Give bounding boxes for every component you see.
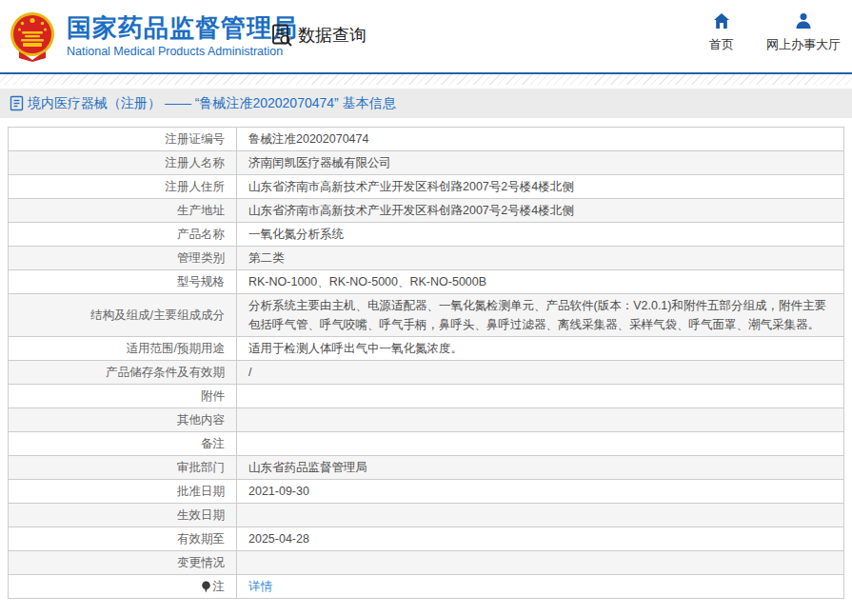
table-row: 生产地址山东省济南市高新技术产业开发区科创路2007号2号楼4楼北侧 (9, 199, 844, 223)
table-row: 备注 (9, 432, 844, 456)
national-emblem-icon (10, 10, 55, 62)
nav-home[interactable]: 首页 (709, 11, 734, 53)
row-value: 适用于检测人体呼出气中一氧化氮浓度。 (237, 337, 844, 361)
table-row: 注册人名称济南闰凯医疗器械有限公司 (9, 151, 844, 175)
row-value: 分析系统主要由主机、电源适配器、一氧化氮检测单元、产品软件(版本：V2.0.1)… (237, 294, 844, 337)
row-value (237, 408, 844, 432)
nav-online-service-hall[interactable]: 网上办事大厅 (766, 11, 841, 53)
row-value: 详情 (237, 575, 844, 599)
row-label: 产品名称 (9, 223, 237, 247)
row-value: 山东省济南市高新技术产业开发区科创路2007号2号楼4楼北侧 (237, 199, 844, 223)
table-row: 审批部门山东省药品监督管理局 (9, 456, 844, 480)
table-row: 生效日期 (9, 504, 844, 527)
row-value: 济南闰凯医疗器械有限公司 (237, 151, 844, 175)
home-icon (712, 11, 731, 30)
row-label: 管理类别 (9, 247, 237, 270)
table-row: 产品储存条件及有效期/ (9, 361, 844, 385)
table-row: 管理类别第二类 (9, 247, 844, 270)
row-label: 注册人名称 (9, 151, 237, 175)
nmpa-logo: 国家药品监督管理局 National Medical Products Admi… (10, 10, 298, 62)
org-name-en: National Medical Products Administration (67, 45, 298, 58)
nav-home-label: 首页 (709, 36, 734, 53)
org-name-cn: 国家药品监督管理局 (67, 14, 298, 43)
breadcrumb-text: 境内医疗器械（注册） —— “鲁械注准20202070474” 基本信息 (28, 95, 396, 112)
row-value (237, 504, 844, 527)
row-value (237, 551, 844, 575)
table-row: 结构及组成/主要组成成分分析系统主要由主机、电源适配器、一氧化氮检测单元、产品软… (9, 294, 844, 337)
table-row: 附件 (9, 385, 844, 408)
row-value: 山东省济南市高新技术产业开发区科创路2007号2号楼4楼北侧 (237, 175, 844, 199)
registration-info-table: 注册证编号鲁械注准20202070474注册人名称济南闰凯医疗器械有限公司注册人… (8, 127, 844, 599)
header-nav: 首页 网上办事大厅 (709, 11, 841, 53)
row-value: 鲁械注准20202070474 (237, 128, 844, 151)
row-label: 批准日期 (9, 480, 237, 504)
data-query-title: 数据查询 (269, 23, 367, 48)
row-label: 审批部门 (9, 456, 237, 480)
table-row: 其他内容 (9, 408, 844, 432)
row-label: 有效期至 (9, 527, 237, 551)
row-label: 结构及组成/主要组成成分 (9, 294, 237, 337)
row-value: 2025-04-28 (237, 527, 844, 551)
row-label: 型号规格 (9, 270, 237, 294)
table-row: 有效期至2025-04-28 (9, 527, 844, 551)
table-row: 变更情况 (9, 551, 844, 575)
row-value: / (237, 361, 844, 385)
row-label: 附件 (9, 385, 237, 408)
row-value (237, 385, 844, 408)
table-row: 适用范围/预期用途适用于检测人体呼出气中一氧化氮浓度。 (9, 337, 844, 361)
table-row: 注册证编号鲁械注准20202070474 (9, 128, 844, 151)
row-label: 变更情况 (9, 551, 237, 575)
row-value: 一氧化氮分析系统 (237, 223, 844, 247)
row-value (237, 432, 844, 456)
breadcrumb: 境内医疗器械（注册） —— “鲁械注准20202070474” 基本信息 (0, 89, 852, 118)
row-label: 生产地址 (9, 199, 237, 223)
row-label: 适用范围/预期用途 (9, 337, 237, 361)
table-row: 型号规格RK-NO-1000、RK-NO-5000、RK-NO-5000B (9, 270, 844, 294)
hatch-band-divider (0, 74, 852, 85)
row-label: 注 (9, 575, 237, 599)
site-header: 国家药品监督管理局 National Medical Products Admi… (0, 0, 852, 72)
row-value: 2021-09-30 (237, 480, 844, 504)
row-value: 第二类 (237, 247, 844, 270)
detail-link[interactable]: 详情 (248, 580, 272, 593)
row-value: RK-NO-1000、RK-NO-5000、RK-NO-5000B (237, 270, 844, 294)
row-label: 其他内容 (9, 408, 237, 432)
user-icon (794, 11, 813, 30)
row-label: 注册人住所 (9, 175, 237, 199)
row-label: 产品储存条件及有效期 (9, 361, 237, 385)
table-row: 注册人住所山东省济南市高新技术产业开发区科创路2007号2号楼4楼北侧 (9, 175, 844, 199)
row-label: 注册证编号 (9, 128, 237, 151)
document-icon (10, 95, 24, 111)
nav-hall-label: 网上办事大厅 (766, 36, 841, 53)
row-label: 备注 (9, 432, 237, 456)
table-row: 批准日期2021-09-30 (9, 480, 844, 504)
data-query-icon (269, 23, 294, 48)
row-value: 山东省药品监督管理局 (237, 456, 844, 480)
table-row: 产品名称一氧化氮分析系统 (9, 223, 844, 247)
data-query-label: 数据查询 (298, 24, 367, 47)
note-pin-icon (201, 581, 211, 593)
page: 国家药品监督管理局 National Medical Products Admi… (0, 0, 852, 616)
table-row: 注详情 (9, 575, 844, 599)
row-label: 生效日期 (9, 504, 237, 527)
